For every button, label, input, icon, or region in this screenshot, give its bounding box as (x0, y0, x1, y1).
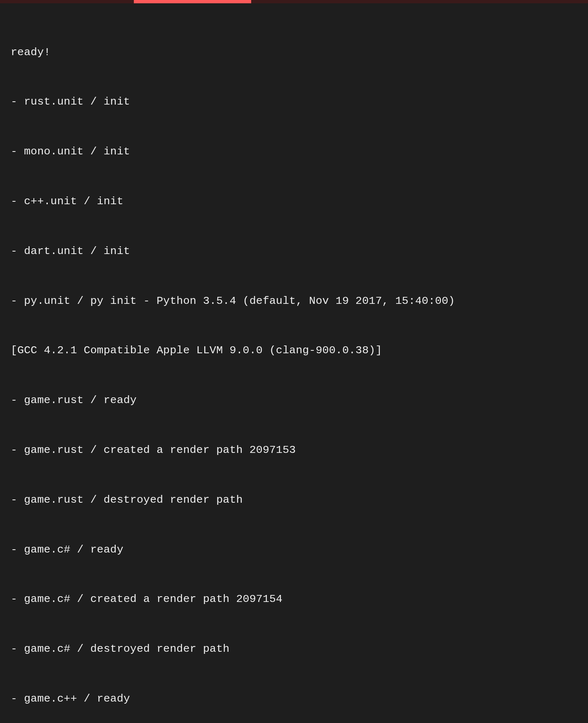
log-line: - py.unit / py init - Python 3.5.4 (defa… (11, 293, 577, 309)
log-line: - game.c# / created a render path 209715… (11, 591, 577, 607)
log-line: [GCC 4.2.1 Compatible Apple LLVM 9.0.0 (… (11, 342, 577, 359)
log-line: - game.c# / destroyed render path (11, 641, 577, 657)
log-line: - game.rust / ready (11, 392, 577, 408)
log-line: - c++.unit / init (11, 193, 577, 210)
log-line: - dart.unit / init (11, 243, 577, 259)
log-line: - game.c++ / ready (11, 690, 577, 707)
log-line: ready! (11, 44, 577, 61)
console-output[interactable]: ready! - rust.unit / init - mono.unit / … (0, 3, 588, 723)
log-line: - rust.unit / init (11, 93, 577, 110)
log-line: - game.c# / ready (11, 541, 577, 558)
log-line: - game.rust / created a render path 2097… (11, 442, 577, 458)
tab-accent (134, 0, 251, 3)
log-line: - mono.unit / init (11, 143, 577, 160)
title-bar (0, 0, 588, 3)
log-line: - game.rust / destroyed render path (11, 492, 577, 508)
